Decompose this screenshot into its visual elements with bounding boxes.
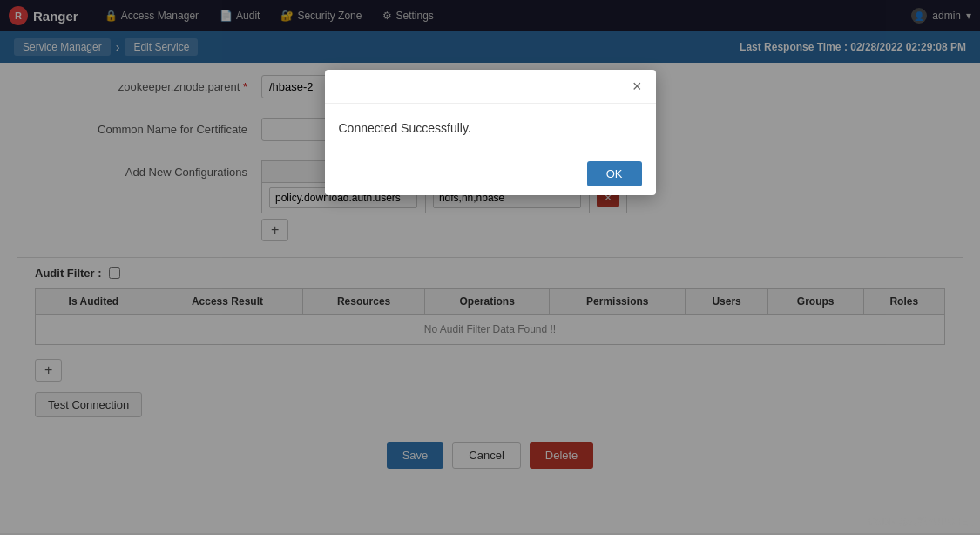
watermark: CSDN @云掣YUNCHE_: [868, 515, 973, 528]
modal-dialog: × Connected Successfully. OK: [325, 70, 656, 195]
modal-message: Connected Successfully.: [339, 121, 471, 135]
modal-ok-button[interactable]: OK: [587, 161, 642, 186]
modal-body: Connected Successfully.: [325, 104, 656, 152]
modal-header: ×: [325, 70, 656, 104]
modal-close-button[interactable]: ×: [632, 78, 642, 94]
modal-overlay: × Connected Successfully. OK: [0, 0, 980, 533]
modal-footer: OK: [325, 152, 656, 195]
